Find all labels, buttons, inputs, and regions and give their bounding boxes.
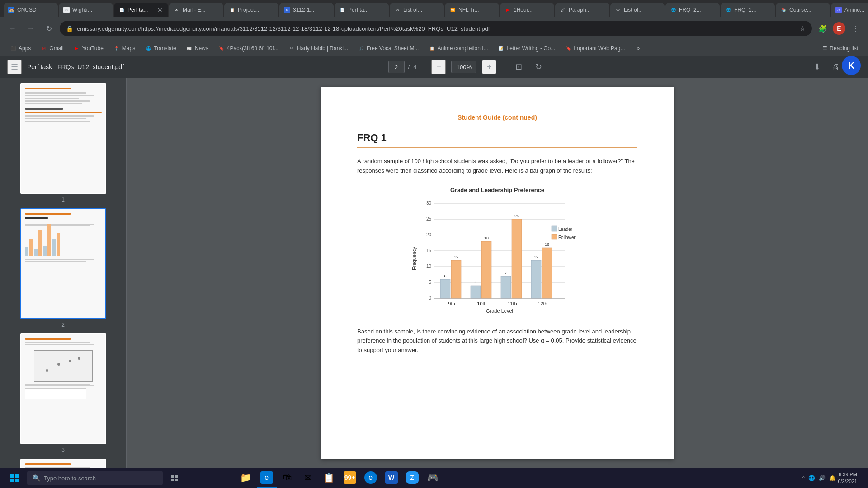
pdf-page-input[interactable] — [388, 61, 405, 73]
thumbnail-2[interactable]: 2 — [5, 208, 121, 328]
bookmark-vocal[interactable]: 🎵 Free Vocal Sheet M... — [354, 42, 423, 54]
bookmark-important[interactable]: 🔖 Important Web Pag... — [561, 42, 629, 54]
tab-listof2[interactable]: W List of... — [610, 3, 665, 17]
address-bar[interactable]: 🔒 emissary.edgenuity.com/https://media.e… — [60, 21, 812, 36]
tab-paraph[interactable]: 🖊 Paraph... — [555, 3, 609, 17]
tab-perftask2[interactable]: 📄 Perf ta... — [335, 3, 389, 17]
bookmark-hady[interactable]: ✂ Hady Habib | Ranki... — [284, 42, 353, 54]
bookmark-news[interactable]: 📰 News — [182, 42, 213, 54]
tab-title: Amino... — [844, 7, 864, 13]
bookmark-letter[interactable]: 📝 Letter Writing - Go... — [493, 42, 560, 54]
taskview-button[interactable] — [165, 468, 184, 488]
bookmark-label: Free Vocal Sheet M... — [367, 45, 419, 52]
taskbar-app-zoom[interactable]: Z — [402, 468, 422, 488]
bookmark-gmail[interactable]: M Gmail — [36, 42, 68, 54]
bookmark-anime[interactable]: 📋 Anime completion I... — [424, 42, 492, 54]
taskbar-app-edge[interactable]: e — [257, 468, 277, 488]
profile-icon[interactable]: E — [833, 22, 845, 35]
chart-container: Frequency — [357, 199, 637, 318]
show-desktop-button[interactable] — [861, 468, 864, 488]
extensions-icon[interactable]: 🧩 — [816, 21, 830, 36]
rotate-button[interactable]: ↻ — [531, 60, 546, 74]
user-avatar[interactable]: K — [842, 56, 861, 75]
y-axis-label: Frequency — [411, 247, 417, 270]
tab-frq1[interactable]: 🌐 FRQ_1... — [721, 3, 775, 17]
bookmark-youtube[interactable]: ▶ YouTube — [69, 42, 108, 54]
bookmark-apps[interactable]: ⬛ Apps — [5, 42, 35, 54]
tab-mail[interactable]: ✉ Mail - E... — [169, 3, 223, 17]
zoom-input[interactable] — [451, 61, 476, 73]
bookmark-label: Maps — [122, 45, 135, 52]
search-icon: 🔍 — [33, 474, 40, 482]
thumbnail-4[interactable] — [5, 459, 121, 468]
tab-1hour[interactable]: ▶ 1Hour... — [500, 3, 554, 17]
bookmarks-bar: ⬛ Apps M Gmail ▶ YouTube 📍 Maps 🌐 Transl… — [0, 40, 868, 56]
forward-button[interactable]: → — [24, 21, 38, 36]
svg-text:4: 4 — [474, 280, 476, 285]
zoom-in-button[interactable]: + — [482, 60, 496, 74]
svg-rect-45 — [171, 475, 174, 478]
pdf-menu-button[interactable]: ☰ — [7, 60, 22, 74]
tray-chevron[interactable]: ^ — [802, 475, 805, 481]
tab-title: 3112-1... — [293, 7, 314, 13]
tab-amino[interactable]: A Amino... — [831, 3, 868, 17]
taskbar-clock[interactable]: 6:39 PM 6/2/2021 — [838, 471, 857, 485]
notifications-icon[interactable]: 🔔 — [829, 475, 836, 481]
mail-icon: ✉ — [302, 471, 315, 484]
thumbnail-3[interactable]: 3 — [5, 333, 121, 453]
taskbar-app-edge2[interactable]: e — [361, 468, 381, 488]
pdf-content-area: Student Guide (continued) FRQ 1 A random… — [127, 78, 868, 468]
bookmark-more[interactable]: » — [632, 42, 644, 54]
tab-wight[interactable]: W Wightr... — [59, 3, 113, 17]
tab-project[interactable]: 📋 Project... — [224, 3, 278, 17]
thumbnail-1[interactable]: 1 — [5, 83, 121, 203]
tab-bar: 🏫 CNUSD W Wightr... 📄 Perf ta... ✕ ✉ Mai… — [0, 0, 868, 17]
start-button[interactable] — [4, 468, 25, 488]
thumb-preview-2 — [20, 208, 106, 319]
print-button[interactable]: 🖨 — [828, 60, 843, 74]
edge-icon: e — [260, 471, 273, 484]
bookmark-4pack[interactable]: 🔖 4Pack(3ft 6ft 6ft 10f... — [214, 42, 283, 54]
tab-favicon: 📄 — [118, 7, 125, 13]
frq-question-2: Based on this sample, is there convincin… — [357, 327, 637, 355]
tab-frq2[interactable]: 🌐 FRQ_2... — [665, 3, 720, 17]
tab-3112[interactable]: K 3112-1... — [279, 3, 334, 17]
reading-list-btn[interactable]: ☰ Reading list — [818, 42, 863, 54]
tab-close-btn[interactable]: ✕ — [156, 5, 164, 14]
bookmark-favicon: 📝 — [498, 45, 504, 52]
bookmark-favicon: 📍 — [113, 45, 120, 52]
star-icon[interactable]: ☆ — [800, 25, 806, 32]
taskbar-search-box[interactable]: 🔍 Type here to search — [27, 471, 163, 485]
taskbar-app-mail[interactable]: ✉ — [298, 468, 318, 488]
taskbar-app-unknown2[interactable]: 99+ — [340, 468, 360, 488]
taskbar-app-unknown1[interactable]: 📋 — [319, 468, 339, 488]
tab-course[interactable]: 📚 Course... — [776, 3, 830, 17]
three-dot-menu[interactable]: ⋮ — [848, 21, 863, 36]
zoom-out-button[interactable]: − — [431, 60, 446, 74]
back-button[interactable]: ← — [5, 21, 20, 36]
taskbar-app-fileexplorer[interactable]: 📁 — [236, 468, 256, 488]
tab-perf-active[interactable]: 📄 Perf ta... ✕ — [114, 3, 168, 17]
taskbar-app-store[interactable]: 🛍 — [278, 468, 297, 488]
svg-text:30: 30 — [426, 201, 432, 206]
network-icon[interactable]: 🌐 — [808, 475, 815, 481]
tab-favicon: W — [615, 7, 621, 13]
word-icon: W — [385, 471, 398, 484]
taskbar-app-word[interactable]: W — [382, 468, 401, 488]
volume-icon[interactable]: 🔊 — [819, 475, 826, 481]
tab-nfl[interactable]: 🆚 NFL Tr... — [445, 3, 499, 17]
taskbar-app-unknown3[interactable]: 🎮 — [423, 468, 443, 488]
tab-cnusd[interactable]: 🏫 CNUSD — [4, 3, 58, 17]
svg-rect-37 — [552, 226, 557, 231]
tab-listof[interactable]: W List of... — [390, 3, 444, 17]
fit-page-button[interactable]: ⊡ — [511, 60, 526, 74]
tab-favicon: W — [63, 7, 70, 13]
bookmark-translate[interactable]: 🌐 Translate — [141, 42, 181, 54]
bookmark-maps[interactable]: 📍 Maps — [109, 42, 140, 54]
tab-favicon: ▶ — [505, 7, 511, 13]
svg-rect-20 — [471, 286, 481, 298]
refresh-button[interactable]: ↻ — [42, 21, 56, 36]
download-button[interactable]: ⬇ — [810, 60, 825, 74]
bookmark-favicon: ▶ — [74, 45, 80, 52]
bookmark-label: Apps — [19, 45, 31, 52]
